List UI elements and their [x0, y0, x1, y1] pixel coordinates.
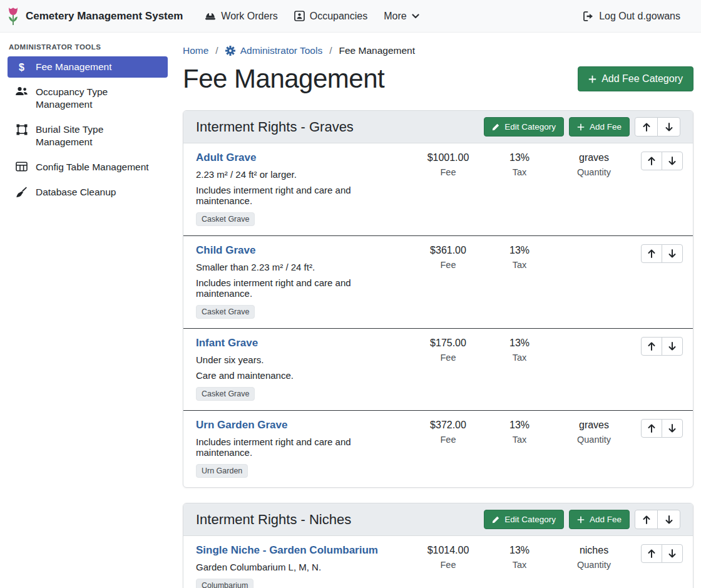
app-brand-link[interactable]: Cemetery Management System [6, 7, 183, 26]
category-title: Interment Rights - Graves [196, 119, 354, 135]
fee-amount-col: $175.00 Fee [413, 337, 483, 363]
move-fee-up-button[interactable] [641, 244, 662, 263]
move-category-up-button[interactable] [635, 117, 658, 137]
move-fee-down-button[interactable] [662, 337, 683, 356]
move-fee-up-button[interactable] [641, 152, 662, 170]
breadcrumb-admin-tools[interactable]: Administrator Tools [225, 45, 323, 56]
move-fee-down-button[interactable] [662, 419, 683, 438]
fee-type-badge: Columbarium [196, 579, 253, 588]
add-fee-category-label: Add Fee Category [601, 73, 683, 85]
fee-amount-col: $1014.00 Fee [413, 544, 483, 570]
nav-occupancies[interactable]: Occupancies [287, 6, 375, 27]
arrow-up-icon [643, 515, 650, 524]
main-nav: Work Orders Occupancies More [198, 6, 426, 27]
sidebar-item-occupancy-type-management[interactable]: Occupancy Type Management [8, 81, 168, 115]
sidebar-item-label: Burial Site Type Management [36, 123, 160, 148]
fee-description: Includes interment right and care and ma… [196, 436, 408, 458]
sidebar-item-burial-site-type-management[interactable]: Burial Site Type Management [8, 119, 168, 153]
breadcrumb-home[interactable]: Home [183, 45, 208, 56]
sidebar-heading: Administrator Tools [0, 36, 175, 54]
fee-quantity: graves [557, 152, 631, 163]
fee-name-link[interactable]: Child Grave [196, 244, 255, 257]
category-reorder-group [635, 510, 680, 529]
fee-reorder-group [641, 337, 683, 356]
occupant-frame-icon [294, 11, 305, 21]
nav-more[interactable]: More [377, 6, 426, 27]
fee-name-link[interactable]: Single Niche - Garden Columbarium [196, 544, 378, 557]
edit-category-label: Edit Category [504, 122, 556, 132]
fee-quantity: graves [557, 420, 631, 431]
fee-description: Under six years. [196, 354, 408, 365]
logout-link[interactable]: Log Out d.gowans [576, 6, 687, 27]
fee-tax-col: 13% Tax [489, 419, 550, 445]
fee-name-link[interactable]: Urn Garden Grave [196, 419, 287, 431]
fee-amount: $372.00 [413, 420, 483, 431]
fee-reorder-group [641, 244, 683, 263]
logout-icon [583, 11, 594, 21]
fee-description: Includes interment right and care and ma… [196, 277, 408, 299]
fee-amount-col: $1001.00 Fee [413, 152, 483, 177]
fee-amount-label: Fee [413, 560, 483, 570]
fee-values: $1014.00 Fee 13% Tax niches Quantity [413, 544, 683, 570]
fee-info: Infant Grave Under six years. Care and m… [196, 337, 413, 401]
breadcrumb-current: Fee Management [339, 45, 416, 56]
sidebar-item-config-table-management[interactable]: Config Table Management [8, 157, 168, 178]
add-fee-label: Add Fee [590, 122, 622, 132]
fee-type-badge: Urn Garden [196, 464, 248, 478]
fee-tax: 13% [489, 245, 550, 256]
chevron-down-icon [412, 14, 419, 19]
fee-category-card: Interment Rights - Niches Edit Category … [183, 503, 693, 588]
move-fee-down-button[interactable] [662, 544, 683, 563]
move-fee-down-button[interactable] [662, 152, 683, 170]
fee-amount: $1014.00 [413, 545, 483, 556]
fee-quantity-label: Quantity [557, 560, 631, 570]
fee-values: $175.00 Fee 13% Tax [413, 337, 683, 363]
move-fee-up-button[interactable] [641, 544, 662, 563]
fee-quantity-col: niches Quantity [557, 544, 631, 570]
fee-tax-col: 13% Tax [489, 244, 550, 270]
fee-tax-col: 13% Tax [489, 152, 550, 177]
fee-type-badge: Casket Grave [196, 305, 255, 319]
arrow-down-icon [668, 342, 676, 351]
move-fee-up-button[interactable] [641, 337, 662, 356]
move-fee-up-button[interactable] [641, 419, 662, 438]
edit-category-button[interactable]: Edit Category [484, 117, 564, 137]
arrow-down-icon [665, 515, 673, 524]
add-fee-category-button[interactable]: Add Fee Category [578, 66, 693, 91]
arrow-up-icon [648, 157, 655, 165]
move-category-up-button[interactable] [635, 510, 658, 529]
add-fee-button[interactable]: Add Fee [569, 510, 630, 529]
fee-amount-label: Fee [413, 167, 483, 177]
tulip-logo-icon [6, 7, 20, 26]
fee-tax: 13% [489, 338, 550, 349]
move-fee-down-button[interactable] [662, 244, 683, 263]
move-category-down-button[interactable] [657, 117, 680, 137]
table-icon [15, 162, 28, 172]
move-category-down-button[interactable] [657, 510, 680, 529]
broom-icon [15, 187, 28, 198]
fee-info: Single Niche - Garden Columbarium Garden… [196, 544, 413, 588]
fee-tax-label: Tax [489, 560, 550, 570]
fee-tax-col: 13% Tax [489, 337, 550, 363]
add-fee-button[interactable]: Add Fee [569, 117, 630, 137]
fee-name-link[interactable]: Adult Grave [196, 152, 256, 164]
sidebar-item-label: Occupancy Type Management [36, 86, 160, 111]
fee-quantity-label: Quantity [557, 435, 631, 445]
sidebar-item-fee-management[interactable]: $ Fee Management [8, 56, 168, 78]
nav-work-orders[interactable]: Work Orders [198, 6, 284, 27]
category-header: Interment Rights - Graves Edit Category … [183, 111, 693, 143]
fee-values: $372.00 Fee 13% Tax graves Quantity [413, 419, 683, 445]
fee-info: Child Grave Smaller than 2.23 m² / 24 ft… [196, 244, 413, 319]
app-title: Cemetery Management System [26, 10, 183, 23]
fee-row: Single Niche - Garden Columbarium Garden… [183, 536, 693, 588]
edit-category-button[interactable]: Edit Category [484, 510, 564, 529]
nav-work-orders-label: Work Orders [221, 11, 277, 22]
fee-amount: $361.00 [413, 245, 483, 256]
fee-name-link[interactable]: Infant Grave [196, 337, 258, 349]
arrow-up-icon [648, 342, 655, 351]
category-title: Interment Rights - Niches [196, 512, 351, 528]
sidebar-item-database-cleanup[interactable]: Database Cleanup [8, 182, 168, 203]
fee-amount-label: Fee [413, 435, 483, 445]
page-title: Fee Management [183, 64, 384, 94]
fee-tax: 13% [489, 152, 550, 163]
